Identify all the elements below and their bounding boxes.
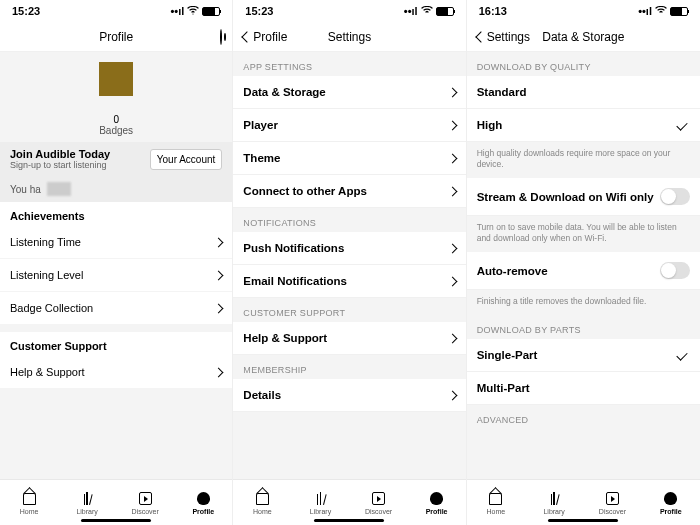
list-item[interactable]: Listening Level: [0, 258, 232, 291]
profile-icon: [663, 491, 679, 507]
group-header: DOWNLOAD BY QUALITY: [467, 52, 700, 76]
tab-home[interactable]: Home: [233, 480, 291, 525]
home-indicator: [81, 519, 151, 522]
badges-count: 0: [0, 114, 232, 125]
row-label: Push Notifications: [243, 242, 344, 254]
row-label: Email Notifications: [243, 275, 347, 287]
avatar[interactable]: [99, 62, 133, 96]
profile-icon: [195, 491, 211, 507]
tab-label: Library: [310, 508, 331, 515]
chevron-right-icon: [447, 390, 457, 400]
parts-option[interactable]: Single-Part: [467, 339, 700, 372]
list-item[interactable]: Email Notifications: [233, 265, 465, 298]
row-label: Theme: [243, 152, 280, 164]
group-header: MEMBERSHIP: [233, 355, 465, 379]
toggle-switch[interactable]: [660, 262, 690, 279]
tab-profile[interactable]: Profile: [174, 480, 232, 525]
tab-label: Discover: [599, 508, 626, 515]
tab-label: Library: [543, 508, 564, 515]
tab-label: Profile: [426, 508, 448, 515]
list-item[interactable]: Badge Collection: [0, 291, 232, 324]
list-item[interactable]: Listening Time: [0, 226, 232, 258]
group-footer: Finishing a title removes the downloaded…: [467, 290, 700, 315]
chevron-right-icon: [447, 333, 457, 343]
group-header: NOTIFICATIONS: [233, 208, 465, 232]
row-label: Standard: [477, 86, 527, 98]
wifi-icon: [655, 5, 667, 17]
home-indicator: [548, 519, 618, 522]
chevron-right-icon: [447, 153, 457, 163]
tab-label: Discover: [132, 508, 159, 515]
status-bar: 15:23 ••ıl: [233, 0, 465, 22]
row-label: Data & Storage: [243, 86, 325, 98]
wifi-only-toggle-row[interactable]: Stream & Download on Wifi only: [467, 178, 700, 216]
row-label: Auto-remove: [477, 265, 548, 277]
list-item[interactable]: Player: [233, 109, 465, 142]
settings-button[interactable]: [220, 30, 222, 44]
tab-label: Profile: [660, 508, 682, 515]
row-label: Badge Collection: [10, 302, 93, 314]
row-label: Details: [243, 389, 281, 401]
parts-option[interactable]: Multi-Part: [467, 372, 700, 405]
back-button[interactable]: Settings: [477, 30, 530, 44]
group-header: APP SETTINGS: [233, 52, 465, 76]
home-icon: [488, 491, 504, 507]
group-header: CUSTOMER SUPPORT: [233, 298, 465, 322]
back-button[interactable]: Profile: [243, 30, 287, 44]
tab-profile[interactable]: Profile: [408, 480, 466, 525]
screen-profile: 15:23 ••ıl Profile 0 Badges Join Audible…: [0, 0, 233, 525]
quality-option[interactable]: Standard: [467, 76, 700, 109]
tab-profile[interactable]: Profile: [642, 480, 700, 525]
signal-icon: ••ıl: [171, 5, 185, 17]
check-icon: [676, 119, 687, 130]
chevron-right-icon: [447, 243, 457, 253]
tab-label: Library: [76, 508, 97, 515]
library-icon: [546, 491, 562, 507]
home-icon: [254, 491, 270, 507]
library-icon: [79, 491, 95, 507]
nav-header: Profile Settings: [233, 22, 465, 52]
toggle-switch[interactable]: [660, 188, 690, 205]
home-indicator: [314, 519, 384, 522]
chevron-right-icon: [447, 186, 457, 196]
status-icons: ••ıl: [171, 5, 221, 17]
list-item[interactable]: Data & Storage: [233, 76, 465, 109]
row-label: Listening Level: [10, 269, 83, 281]
join-subtitle: Sign-up to start listening: [10, 160, 110, 170]
your-account-button[interactable]: Your Account: [150, 149, 223, 170]
tab-label: Discover: [365, 508, 392, 515]
join-banner: Join Audible Today Sign-up to start list…: [0, 142, 232, 176]
row-label: Listening Time: [10, 236, 81, 248]
list-item[interactable]: Help & Support: [0, 356, 232, 388]
list-item[interactable]: Theme: [233, 142, 465, 175]
quality-option[interactable]: High: [467, 109, 700, 142]
you-have-text: You ha: [10, 184, 41, 195]
tab-label: Home: [486, 508, 505, 515]
row-label: Help & Support: [243, 332, 327, 344]
list-item[interactable]: Help & Support: [233, 322, 465, 355]
back-label: Settings: [487, 30, 530, 44]
screen-data-storage: 16:13 ••ıl Settings Data & Storage DOWNL…: [467, 0, 700, 525]
group-header: ADVANCED: [467, 405, 700, 429]
signal-icon: ••ıl: [404, 5, 418, 17]
discover-icon: [137, 491, 153, 507]
row-label: High: [477, 119, 503, 131]
list-item[interactable]: Push Notifications: [233, 232, 465, 265]
wifi-icon: [187, 5, 199, 17]
list-item[interactable]: Connect to other Apps: [233, 175, 465, 208]
you-have-row: You ha: [0, 176, 232, 202]
join-title: Join Audible Today: [10, 148, 110, 160]
battery-icon: [436, 7, 454, 16]
row-label: Player: [243, 119, 278, 131]
screen-settings: 15:23 ••ıl Profile Settings APP SETTINGS…: [233, 0, 466, 525]
auto-remove-toggle-row[interactable]: Auto-remove: [467, 252, 700, 290]
home-icon: [21, 491, 37, 507]
tab-label: Home: [20, 508, 39, 515]
chevron-left-icon: [475, 31, 486, 42]
tab-home[interactable]: Home: [467, 480, 525, 525]
chevron-right-icon: [214, 237, 224, 247]
status-icons: ••ıl: [638, 5, 688, 17]
gear-icon: [220, 29, 222, 45]
tab-home[interactable]: Home: [0, 480, 58, 525]
list-item[interactable]: Details: [233, 379, 465, 412]
